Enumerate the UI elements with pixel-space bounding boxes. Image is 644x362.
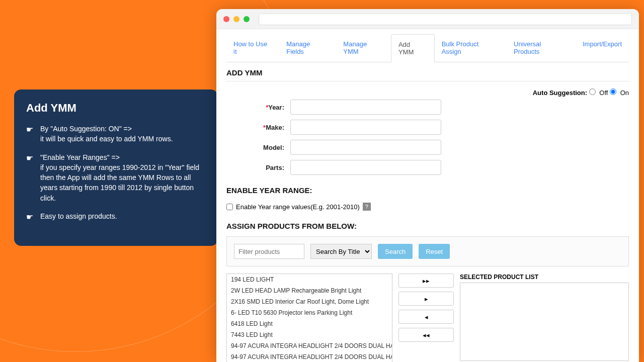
list-item[interactable]: 2X16 SMD LED Interior Car Roof Light, Do… [227,296,392,307]
selected-products-list[interactable] [460,283,629,361]
maximize-icon[interactable] [244,16,250,22]
reset-button[interactable]: Reset [419,244,450,259]
close-icon[interactable] [223,16,229,22]
pointer-icon: ☛ [26,124,35,144]
move-right-button[interactable]: ▸ [398,292,454,306]
enable-year-range-label: Enable Year range values(E.g. 2001-2010) [236,203,360,211]
tab-manage-fields[interactable]: Manage Fields [279,34,336,62]
callout-bullet: ☛ By "Auto Suggestion: ON" => it will be… [26,124,206,144]
tab-import-export[interactable]: Import/Export [576,34,629,62]
page-title: ADD YMM [226,62,629,81]
auto-suggestion-off-radio[interactable] [589,88,596,95]
auto-suggestion-on-radio[interactable] [610,88,616,95]
list-item[interactable]: 7443 LED Light [227,329,392,340]
year-label: *Year: [226,104,284,111]
list-item[interactable]: 6- LED T10 5630 Projector lens Parking L… [227,307,392,318]
parts-input[interactable] [290,160,441,175]
list-item[interactable]: 94-97 ACURA INTEGRA HEADLIGHT 2/4 DOORS … [227,340,392,351]
list-item[interactable]: 6418 LED Light [227,318,392,329]
titlebar [216,9,639,29]
tab-how-to-use-it[interactable]: How to Use it [226,34,279,62]
search-by-select[interactable]: Search By Title [310,244,372,259]
model-input[interactable] [290,140,441,155]
year-input[interactable] [290,100,441,115]
enable-year-range-title: ENABLE YEAR RANGE: [226,180,629,199]
list-item[interactable]: 94-97 ACURA INTEGRA HEADLIGHT 2/4 DOORS … [227,351,392,362]
minimize-icon[interactable] [233,16,239,22]
url-bar[interactable] [259,13,632,25]
tab-bulk-product-assign[interactable]: Bulk Product Assign [435,34,507,62]
filter-products-input[interactable] [234,244,304,259]
filter-box: Search By Title Search Reset [226,236,629,266]
tab-universal-products[interactable]: Universal Products [507,34,576,62]
pointer-icon: ☛ [26,152,35,203]
callout-bullet: ☛ Easy to assign products. [26,211,206,223]
make-label: *Make: [226,124,284,131]
tab-manage-ymm[interactable]: Manage YMM [336,34,391,62]
auto-suggestion-toggle: Auto Suggestion: Off On [226,85,629,100]
callout-title: Add YMM [26,102,206,115]
move-all-left-button[interactable]: ◂◂ [398,328,454,342]
tab-bar: How to Use itManage FieldsManage YMMAdd … [226,34,629,62]
make-input[interactable] [290,120,441,135]
callout-panel: Add YMM ☛ By "Auto Suggestion: ON" => it… [14,89,218,246]
help-icon[interactable]: ? [363,203,371,211]
move-left-button[interactable]: ◂ [398,310,454,324]
enable-year-range-checkbox[interactable] [226,204,233,210]
move-all-right-button[interactable]: ▸▸ [398,274,454,288]
model-label: Model: [226,144,284,151]
list-item[interactable]: 194 LED LIGHT [227,274,392,285]
search-button[interactable]: Search [378,244,413,259]
selected-product-list-title: SELECTED PRODUCT LIST [460,274,629,281]
list-item[interactable]: 2W LED HEAD LAMP Rechargeable Bright Lig… [227,285,392,296]
parts-label: Parts: [226,164,284,171]
assign-products-title: ASSIGN PRODUCTS FROM BELOW: [226,216,629,234]
available-products-list[interactable]: 194 LED LIGHT2W LED HEAD LAMP Rechargeab… [226,274,392,362]
browser-window: How to Use itManage FieldsManage YMMAdd … [216,9,639,362]
pointer-icon: ☛ [26,211,35,223]
tab-add-ymm[interactable]: Add YMM [391,34,435,62]
callout-bullet: ☛ "Enable Year Ranges" => if you specify… [26,152,206,203]
